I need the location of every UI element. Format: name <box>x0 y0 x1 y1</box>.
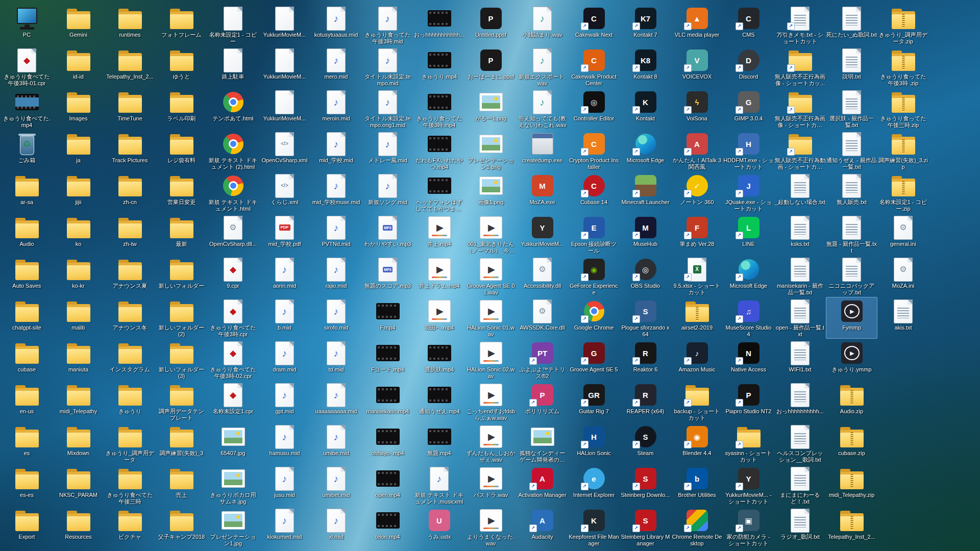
desktop-icon[interactable]: S ↗ Plogue sforzando x64 <box>620 297 671 339</box>
desktop-icon[interactable]: ↗ Microsoft Edge <box>723 255 774 297</box>
desktop-icon[interactable]: ♪ きゅうり食ってた午後3時.mid <box>362 4 413 46</box>
desktop-icon[interactable]: PC <box>1 4 53 46</box>
desktop-icon[interactable]: ♪ xl.mid <box>310 506 362 548</box>
desktop-icon[interactable]: ♪ 新規エクスポート.wav <box>517 46 568 88</box>
desktop-icon[interactable]: 最新 <box>156 213 207 255</box>
desktop-icon[interactable]: D ↗ Discord <box>723 46 774 88</box>
desktop-icon[interactable]: P ↗ ポリリリズム <box>517 381 568 422</box>
desktop-icon[interactable]: ヘッドフォンはずしててもがつます.mp4 <box>413 171 465 213</box>
desktop-icon[interactable]: manisekarin.mp4 <box>362 381 413 422</box>
desktop-icon[interactable]: X ↗ 9.5.xlsx - ショートカット <box>671 255 723 297</box>
desktop-icon[interactable]: PDF mid_学校.pdf <box>259 213 310 255</box>
desktop-icon[interactable]: ♪ タイトル未設定.tempo.mid <box>362 46 413 88</box>
desktop-icon[interactable]: F.mp4 <box>362 297 413 339</box>
desktop-icon[interactable]: フォトフレーム <box>156 4 207 46</box>
desktop-icon[interactable]: Telepathy_Inst_2... <box>104 46 156 88</box>
desktop-icon[interactable]: 新しいフォルダー (2) <box>156 297 207 339</box>
desktop-icon[interactable]: C ↗ CMS <box>723 4 774 46</box>
desktop-icon[interactable]: ♪ umibet.mid <box>310 464 362 506</box>
desktop-icon[interactable]: ♪ ↗ Amazon Music <box>671 339 723 381</box>
desktop-icon[interactable]: ◆ 9.cpr <box>207 255 259 297</box>
desktop-icon[interactable]: manisekarin - 親作品一覧.txt <box>774 255 826 297</box>
desktop-icon[interactable]: G ↗ Groove Agent SE 5 <box>568 339 620 381</box>
desktop-icon[interactable]: YukkuriMovieM... <box>259 4 310 46</box>
desktop-icon[interactable]: ♪ umibe.mid <box>310 422 362 464</box>
desktop-icon[interactable]: open.mp4 <box>362 464 413 506</box>
desktop-icon[interactable]: open - 親作品一覧.txt <box>774 297 826 339</box>
desktop-icon[interactable]: おっhhhhhhhhhh... <box>774 381 826 422</box>
desktop-icon[interactable]: ▶ きゅうり.ymmp <box>826 339 877 381</box>
desktop-icon[interactable]: 路上駐車 <box>207 46 259 88</box>
desktop-icon[interactable]: ゆうと <box>156 46 207 88</box>
desktop-icon[interactable]: ▶ ずんだもん_しおかぜぇ.wav <box>465 422 517 464</box>
desktop-icon[interactable]: きゅうり食ってた午後三時.zip <box>877 88 929 130</box>
desktop-icon[interactable]: きゅうり食ってた午後3時 .zip <box>877 46 929 88</box>
desktop-icon[interactable]: ♪ dram.mid <box>259 339 310 381</box>
desktop-icon[interactable]: id-id <box>53 46 104 88</box>
desktop-icon[interactable]: A ↗ Audacity <box>517 506 568 548</box>
desktop-icon[interactable]: ko <box>53 213 104 255</box>
desktop-icon[interactable]: K8 ↗ Kontakt 8 <box>620 46 671 88</box>
desktop-icon[interactable]: ▶ よりうまくなった.wav <box>465 506 517 548</box>
desktop-icon[interactable]: ♪ rajio.mid <box>310 255 362 297</box>
desktop-icon[interactable]: ksks.txt <box>774 213 826 255</box>
desktop-icon[interactable]: ▶ Groove Agent SE 01.wav <box>465 255 517 297</box>
desktop-icon[interactable]: H ↗ HDDFMT.exe - ショートカット <box>723 130 774 171</box>
desktop-icon[interactable]: ↗ 無人販売不正行為動画 - ショートカット <box>774 130 826 171</box>
desktop-icon[interactable]: ♪ jusu.mid <box>259 464 310 506</box>
desktop-icon[interactable]: en-us <box>1 381 53 422</box>
desktop-icon[interactable]: es <box>1 422 53 464</box>
desktop-icon[interactable]: 無題 - 親作品一覧.txt <box>826 213 877 255</box>
desktop-icon[interactable]: きゅうりボカロ用サムネ.jpg <box>207 464 259 506</box>
desktop-icon[interactable]: S ↗ Steinberg Library Manager <box>620 506 671 548</box>
desktop-icon[interactable]: ▣ ↗ 家の防犯カメラ - ショートカット <box>723 506 774 548</box>
desktop-icon[interactable]: ↗ Chrome Remote Desktop <box>671 506 723 548</box>
desktop-icon[interactable]: ⚙ MoZA.ini <box>877 255 929 297</box>
desktop-icon[interactable]: H ↗ HALion Sonic <box>568 422 620 464</box>
desktop-icon[interactable]: b ↗ Brother Utilities <box>671 464 723 506</box>
desktop-icon[interactable]: </> OpenCvSharp.xml <box>259 130 310 171</box>
desktop-icon[interactable]: 画像1.png <box>465 171 517 213</box>
desktop-icon[interactable]: ar-sa <box>1 171 53 213</box>
desktop-icon[interactable]: zh-cn <box>104 171 156 213</box>
desktop-icon[interactable]: ⚙ general.ini <box>877 213 929 255</box>
desktop-icon[interactable]: 新規 テキスト ドキュメント.html <box>207 171 259 213</box>
desktop-icon[interactable]: 新しいフォルダー (3) <box>156 339 207 381</box>
desktop-icon[interactable]: Fコード.mp4 <box>362 339 413 381</box>
desktop-icon[interactable]: U うみ.ustx <box>413 506 465 548</box>
desktop-icon[interactable]: プレゼンテーション1.png <box>465 130 517 171</box>
desktop-icon[interactable]: きゅうり <box>104 381 156 422</box>
desktop-icon[interactable]: ◎ ↗ OBS Studio <box>620 255 671 297</box>
desktop-icon[interactable]: 新規 テキスト ドキュメント (2).html <box>207 130 259 171</box>
desktop-icon[interactable]: 選択肢.mp4 <box>413 339 465 381</box>
desktop-icon[interactable]: 通知うぜえ.mp4 <box>413 381 465 422</box>
desktop-icon[interactable]: S ↗ Steam <box>620 422 671 464</box>
desktop-icon[interactable]: きゅうり食ってた午後3時.mp4 <box>413 88 465 130</box>
desktop-icon[interactable]: 調声練習(失敗)_3.zip <box>877 130 929 171</box>
desktop-icon[interactable]: MP3 無題のスコア.mp3 <box>362 255 413 297</box>
desktop-icon[interactable]: ▶ こっちendすおfdsbらぶぁw.wav <box>465 381 517 422</box>
desktop-icon[interactable]: 無人販売.txt <box>826 171 877 213</box>
desktop-icon[interactable]: 通知うぜえ - 親作品一覧.txt <box>826 130 877 171</box>
desktop-icon[interactable]: YukkuriMovieM... <box>259 46 310 88</box>
desktop-icon[interactable]: まにまにわーるど！.txt <box>774 464 826 506</box>
desktop-icon[interactable]: ♪ PVTNd.mid <box>310 213 362 255</box>
desktop-icon[interactable]: ↗ syasinn - ショートカット <box>723 422 774 464</box>
desktop-icon[interactable]: K7 ↗ Kontakt 7 <box>620 4 671 46</box>
desktop-icon[interactable]: 65407.jpg <box>207 422 259 464</box>
desktop-icon[interactable]: YukkuriMovieM... <box>259 88 310 130</box>
desktop-icon[interactable]: ♫ ↗ MuseScore Studio 4 <box>723 297 774 339</box>
desktop-icon[interactable]: Images <box>53 88 104 130</box>
desktop-icon[interactable]: MP3 わかりやすい.mp3 <box>362 213 413 255</box>
desktop-icon[interactable]: akis.txt <box>877 297 929 339</box>
desktop-icon[interactable]: ♪ b.mid <box>259 297 310 339</box>
desktop-icon[interactable]: C ↗ Cakewalk Next <box>568 4 620 46</box>
desktop-icon[interactable]: P Untitled.ppsf <box>465 4 517 46</box>
desktop-icon[interactable]: ♪ mid_学校muse.mid <box>310 171 362 213</box>
desktop-icon[interactable]: ↗ Google Chrome <box>568 297 620 339</box>
desktop-icon[interactable]: K ↗ Kontakt <box>620 88 671 130</box>
desktop-icon[interactable]: ⚙ AWSSDK.Core.dll <box>517 297 568 339</box>
desktop-icon[interactable]: ko-kr <box>53 255 104 297</box>
desktop-icon[interactable]: ◉ ↗ GeForce Experience <box>568 255 620 297</box>
desktop-icon[interactable]: C ↗ Crypton Product Installer <box>568 130 620 171</box>
